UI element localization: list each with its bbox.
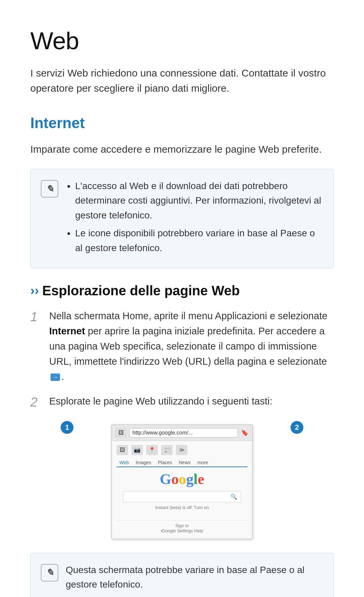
google-search-box: 🔍 xyxy=(123,491,241,502)
intro-text: I servizi Web richiedono una connessione… xyxy=(30,65,334,96)
step-1: 1 Nella schermata Home, aprite il menu A… xyxy=(30,308,334,384)
footer-links-more: iGoogle Settings Help xyxy=(117,528,247,533)
browser-page-icon: 🖼 xyxy=(115,428,127,438)
footer-links-signin: Sign in xyxy=(117,523,247,528)
bottom-note-content: Questa schermata potrebbe variare in bas… xyxy=(66,563,323,592)
instant-text: Instant (beta) is off: Turn on xyxy=(117,505,247,510)
chevron-icon: ›› xyxy=(30,283,39,298)
browser-tabs: Web Images Places News more xyxy=(117,458,247,467)
browser-body: 🖼 📷 📍 📰 ≫ Web Images Places News more Go… xyxy=(112,441,252,539)
arrow-icon xyxy=(51,374,60,381)
nav-icon-news: 📰 xyxy=(161,445,173,455)
step-1-text: Nella schermata Home, aprite il menu App… xyxy=(49,308,334,384)
badge-1: 1 xyxy=(61,421,73,434)
bottom-note-box: ✎ Questa schermata potrebbe variare in b… xyxy=(30,553,334,597)
note-box: ✎ L'accesso al Web e il download dei dat… xyxy=(30,169,334,268)
step-2: 2 Esplorate le pagine Web utilizzando i … xyxy=(30,394,334,412)
step-number-1: 1 xyxy=(30,307,43,327)
bottom-note-icon-symbol: ✎ xyxy=(46,567,54,578)
tab-more: more xyxy=(195,458,211,467)
note-item-1: L'accesso al Web e il download dei dati … xyxy=(75,179,323,222)
search-icon-small: 🔍 xyxy=(231,494,237,500)
nav-icon-photos: 🖼 xyxy=(117,445,128,455)
nav-icon-more: ≫ xyxy=(176,445,187,455)
subsection-title: ›› Esplorazione delle pagine Web xyxy=(30,283,334,298)
note-content: L'accesso al Web e il download dei dati … xyxy=(66,179,323,259)
browser-footer: Sign in iGoogle Settings Help xyxy=(117,520,247,535)
step-2-text: Esplorate le pagine Web utilizzando i se… xyxy=(49,394,334,409)
browser-screenshot-container: 1 2 🖼 http://www.google.com/... 🔖 🖼 📷 📍 … xyxy=(30,424,334,539)
bottom-note-icon: ✎ xyxy=(41,564,58,581)
tab-web: Web xyxy=(117,458,132,467)
google-logo: Google xyxy=(117,471,247,488)
tab-places: Places xyxy=(155,458,175,467)
section-title-internet: Internet xyxy=(30,115,334,131)
note-item-2: Le icone disponibili potrebbero variare … xyxy=(75,226,323,255)
page-title: Web xyxy=(30,27,334,55)
browser-nav-icons: 🖼 📷 📍 📰 ≫ xyxy=(117,445,247,455)
nav-icon-maps: 📍 xyxy=(146,445,158,455)
badge-2: 2 xyxy=(291,421,303,434)
tab-news: News xyxy=(176,458,193,467)
bottom-note-text: Questa schermata potrebbe variare in bas… xyxy=(66,565,304,590)
tab-images: Images xyxy=(133,458,154,467)
section-intro: Imparate come accedere e memorizzare le … xyxy=(30,142,334,157)
note-icon-symbol: ✎ xyxy=(46,183,54,195)
browser-url-bar: http://www.google.com/... xyxy=(129,428,238,438)
browser-bookmark-icon: 🔖 xyxy=(241,429,249,437)
note-list: L'accesso al Web e il download dei dati … xyxy=(66,179,323,255)
step-number-2: 2 xyxy=(30,392,43,412)
steps-list: 1 Nella schermata Home, aprite il menu A… xyxy=(30,308,334,412)
subsection-title-text: Esplorazione delle pagine Web xyxy=(42,283,240,298)
browser-toolbar: 🖼 http://www.google.com/... 🔖 xyxy=(112,425,252,441)
browser-screenshot: 🖼 http://www.google.com/... 🔖 🖼 📷 📍 📰 ≫ … xyxy=(111,424,253,539)
nav-icon-camera: 📷 xyxy=(131,445,143,455)
note-icon: ✎ xyxy=(41,180,58,198)
